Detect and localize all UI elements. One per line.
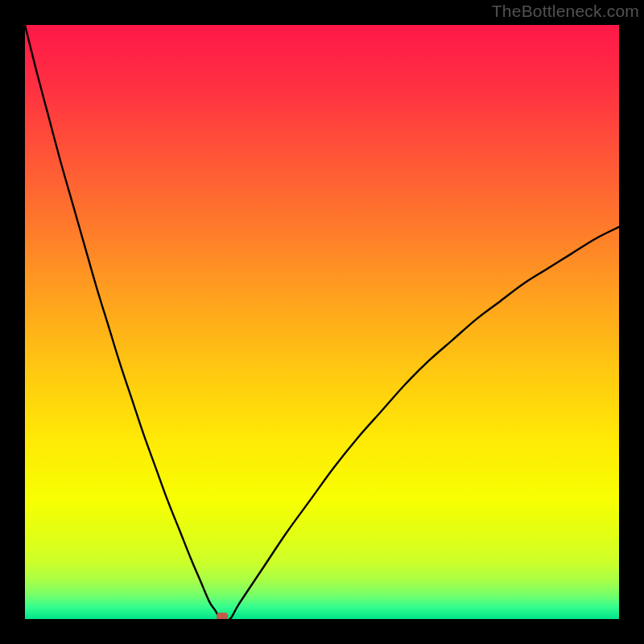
gradient-background — [25, 25, 619, 619]
chart-svg — [25, 25, 619, 619]
optimal-point-marker — [217, 613, 228, 619]
chart-plot-area — [25, 25, 619, 619]
outer-frame: TheBottleneck.com — [0, 0, 644, 644]
watermark-text: TheBottleneck.com — [492, 2, 639, 21]
